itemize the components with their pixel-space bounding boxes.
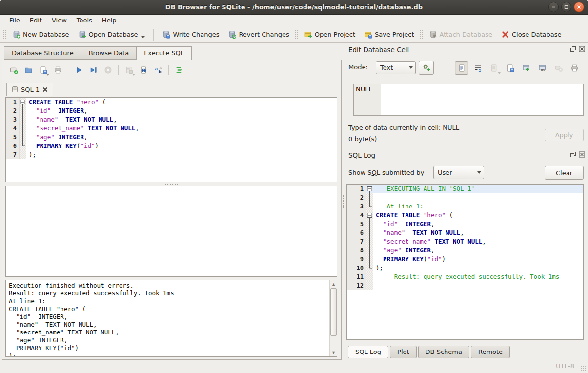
menu-file[interactable]: File [5,16,24,25]
maximize-button[interactable] [561,2,571,12]
undock-icon[interactable] [569,151,576,158]
main-tab-bar: Database StructureBrowse DataExecute SQL [4,46,192,60]
undock-icon[interactable] [569,46,576,53]
scroll-up-icon[interactable]: ▲ [330,281,337,288]
new-database-button[interactable]: New Database [8,28,74,41]
cell-value-editor[interactable]: NULL [353,84,584,116]
tab-browse-data[interactable]: Browse Data [81,46,137,60]
code-text: PRIMARY KEY("id") [373,255,583,264]
export-cell-button[interactable] [519,61,533,75]
null-overlay-button[interactable] [551,61,565,75]
menu-edit[interactable]: Edit [25,16,46,25]
execution-output[interactable]: Execution finished without errors. Resul… [5,280,337,357]
print-cell-button[interactable] [568,61,581,75]
line-number: 9 [347,255,366,264]
text-doc-button[interactable] [455,61,468,75]
sql-editor[interactable]: 1CREATE TABLE "hero" (2 "id" INTEGER,3 "… [5,97,337,182]
dropdown-caret-icon[interactable] [498,72,501,74]
stop-button[interactable] [101,63,114,76]
revert-changes-icon [228,30,236,39]
scrollbar-thumb[interactable] [330,288,337,336]
minimize-icon [551,4,556,10]
print-icon [54,66,62,74]
code-text: CREATE TABLE "hero" ( [373,211,583,220]
toolbar-drag-handle[interactable] [3,29,7,40]
write-changes-button[interactable]: Write Changes [158,28,223,41]
sql-tab[interactable]: SQL 1 [6,83,53,96]
dropdown-caret-icon[interactable] [141,36,145,38]
format-button[interactable] [173,63,185,76]
save-cell-button[interactable] [503,61,517,75]
resize-grip-icon[interactable] [581,366,587,372]
output-scrollbar[interactable]: ▲ ▼ [329,280,337,356]
attach-database-button[interactable]: Attach Database [425,28,497,41]
open-project-button[interactable]: Open Project [300,28,360,41]
line-number: 4 [347,211,366,220]
chevron-down-icon [406,66,415,69]
toolbar-drag-handle[interactable] [420,29,424,40]
close-tab-icon[interactable] [42,87,48,92]
code-line: 7); [6,150,337,159]
print-button[interactable] [51,63,64,76]
fold-marker-icon[interactable] [20,98,26,106]
dock-tab-db-schema[interactable]: DB Schema [418,346,469,358]
dropdown-caret-icon[interactable] [46,74,49,76]
open-file-button[interactable] [22,63,35,76]
menu-tools[interactable]: Tools [72,16,97,25]
code-text: -- At line 1: [373,202,583,211]
dock-tab-remote[interactable]: Remote [471,346,510,358]
splitter-editor-results[interactable] [5,182,337,186]
replace-button[interactable]: ab [152,63,164,76]
revert-changes-button[interactable]: Revert Changes [223,28,293,41]
clear-button[interactable]: Clear [545,166,584,180]
fold-marker-icon[interactable] [366,185,373,193]
link-cell-button[interactable] [535,61,549,75]
menu-view[interactable]: View [47,16,71,25]
toolbar-button-label: Attach Database [440,31,492,38]
close-dock-icon[interactable] [578,151,585,158]
close-dock-icon[interactable] [578,46,585,53]
dock-tab-plot[interactable]: Plot [390,346,417,358]
dropdown-caret-icon[interactable] [132,74,135,76]
execute-line-button[interactable] [87,63,100,76]
minimize-button[interactable] [548,2,559,12]
results-pane[interactable] [5,186,337,277]
apply-button[interactable]: Apply [545,129,584,141]
menu-help[interactable]: Help [98,16,121,25]
toolbar-button-label: Save Project [375,31,414,38]
toolbar-button-label: Write Changes [173,31,219,38]
mode-select[interactable]: Text [376,61,416,74]
cell-edit-area[interactable] [381,84,583,115]
word-wrap-button[interactable] [471,61,485,75]
title-bar: DB Browser for SQLite - /home/user/code/… [0,0,588,15]
code-line: 10); [347,264,583,272]
code-text: CREATE TABLE "hero" ( [26,98,337,106]
dock-tab-sql-log[interactable]: SQL Log [348,346,388,358]
tab-execute-sql[interactable]: Execute SQL [136,46,192,60]
line-number: 5 [347,220,366,228]
open-tab-button[interactable] [7,63,20,76]
line-number: 7 [6,150,20,159]
execute-all-button[interactable] [72,63,85,76]
encoding-indicator[interactable]: UTF-8 [556,362,574,370]
tab-database-structure[interactable]: Database Structure [4,46,81,60]
save-results-button[interactable] [122,63,135,76]
toolbar-drag-handle[interactable] [295,29,299,40]
import-file-button[interactable] [487,61,501,75]
open-database-button[interactable]: Open Database [74,28,150,41]
sql-log-view[interactable]: 1-- EXECUTING ALL IN 'SQL 1'2--3-- At li… [346,184,584,340]
save-file-button[interactable] [37,63,49,76]
scroll-down-icon[interactable]: ▼ [330,349,337,356]
fold-marker-icon[interactable] [366,211,373,220]
print-cell-icon [570,64,579,72]
code-text: -- Result: query executed successfully. … [373,272,583,281]
code-line: 5 "age" INTEGER, [6,133,337,142]
submitted-by-select[interactable]: User [433,166,484,179]
find-button[interactable] [137,63,150,76]
save-project-button[interactable]: Save Project [360,28,419,41]
close-database-button[interactable]: Close Database [497,28,566,41]
auto-switch-mode-button[interactable] [419,61,434,75]
close-button[interactable] [574,2,584,12]
open-file-icon [24,66,33,74]
link-cell-icon [538,64,547,72]
